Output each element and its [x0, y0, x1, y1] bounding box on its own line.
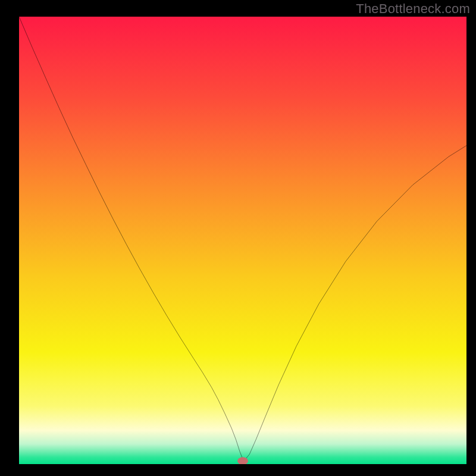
plot-area — [19, 17, 466, 464]
bottleneck-chart-svg — [19, 17, 466, 464]
watermark-text: TheBottleneck.com — [356, 1, 470, 17]
gradient-background — [19, 17, 466, 464]
chart-frame: TheBottleneck.com — [0, 0, 476, 476]
